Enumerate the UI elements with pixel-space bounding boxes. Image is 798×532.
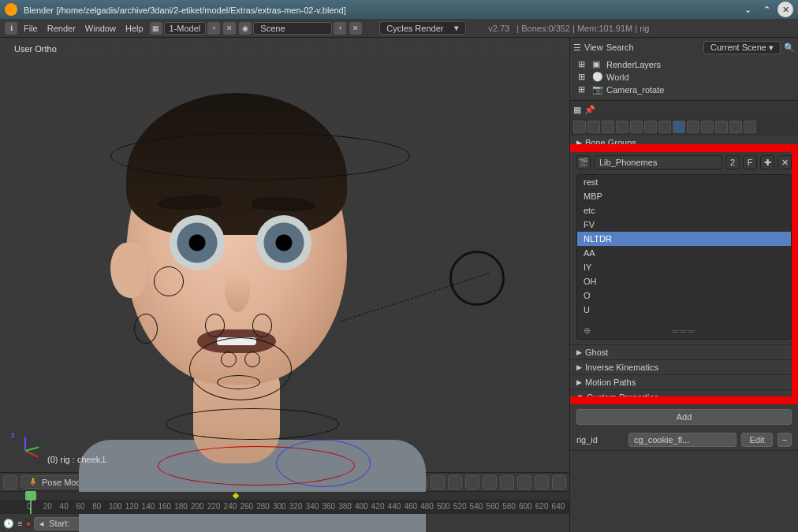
menu-window[interactable]: Window: [80, 24, 121, 33]
keyframe-track[interactable]: [0, 492, 569, 500]
layer-btn[interactable]: [483, 475, 497, 489]
outliner-item[interactable]: ⊞📷Camera_rotate: [578, 84, 790, 96]
frame-tick-label: 500: [437, 502, 450, 511]
window-max-button[interactable]: ⌃: [759, 2, 774, 17]
action-browse-icon[interactable]: 🎬: [576, 155, 591, 169]
panel-motion-paths[interactable]: ▶Motion Paths: [570, 375, 798, 389]
pose-item[interactable]: O: [577, 288, 791, 303]
properties-editor-icon[interactable]: ▦: [573, 105, 581, 115]
top-menubar: ℹ File Render Window Help ▦ 1-Model + ✕ …: [0, 19, 798, 38]
frame-tick-label: 220: [207, 502, 221, 511]
outliner-view-menu[interactable]: View: [584, 43, 603, 52]
frame-tick-label: 440: [388, 502, 401, 511]
panel-ik[interactable]: ▶Inverse Kinematics: [570, 360, 798, 374]
tab-physics[interactable]: [744, 121, 756, 133]
snap-icon[interactable]: [535, 475, 549, 489]
tab-object[interactable]: [630, 121, 643, 133]
custom-prop-value[interactable]: cg_cookie_fl...: [628, 433, 736, 447]
custom-prop-add-button[interactable]: Add: [576, 409, 792, 425]
search-icon[interactable]: 🔍: [784, 43, 795, 53]
layout-selector[interactable]: 1-Model: [164, 22, 207, 35]
frame-ruler[interactable]: 0204060801001201401601802002202402602803…: [0, 500, 569, 514]
pose-item[interactable]: IY: [577, 260, 791, 274]
frame-tick-label: 180: [174, 502, 188, 511]
pose-item[interactable]: NLTDR: [577, 232, 791, 246]
frame-tick-label: 80: [92, 502, 101, 511]
pose-item[interactable]: AA: [577, 246, 791, 260]
tab-boneconstraint[interactable]: [701, 121, 714, 133]
tab-world[interactable]: [616, 121, 628, 133]
render-icon[interactable]: [552, 475, 566, 489]
scene-del-button[interactable]: ✕: [349, 22, 362, 35]
window-close-button[interactable]: ✕: [777, 2, 793, 17]
pose-add-icon[interactable]: ⊕: [584, 326, 591, 336]
editor-type-icon[interactable]: ℹ: [5, 22, 17, 35]
poselib-name-field[interactable]: Lib_Phonemes: [594, 155, 722, 169]
pose-item[interactable]: MBP: [577, 189, 791, 203]
tab-bone[interactable]: [687, 121, 699, 133]
frame-tick-label: 240: [224, 502, 237, 511]
outliner-search-menu[interactable]: Search: [606, 43, 634, 52]
custom-prop-del-button[interactable]: −: [777, 433, 792, 447]
pose-item[interactable]: OH: [577, 274, 791, 288]
app-icon: [5, 3, 17, 16]
menu-help[interactable]: Help: [121, 24, 148, 33]
timeline-menu-icon[interactable]: ≡: [17, 519, 22, 528]
outliner-item[interactable]: ⊞▣RenderLayers: [578, 58, 790, 71]
frame-tick-label: 20: [43, 502, 52, 511]
rec-icon[interactable]: ●: [25, 519, 31, 528]
panel-bone-groups[interactable]: ▶Bone Groups: [570, 136, 798, 150]
character-mesh: [63, 69, 394, 479]
layer-btn[interactable]: [517, 475, 531, 489]
layout-add-button[interactable]: +: [207, 22, 220, 35]
tab-scene[interactable]: [602, 121, 614, 133]
scene-icon[interactable]: ◉: [239, 22, 252, 35]
list-resize-grip[interactable]: ═══: [673, 326, 695, 336]
menu-file[interactable]: File: [19, 24, 43, 33]
3d-viewport[interactable]: User Ortho: [0, 38, 569, 472]
frame-tick-label: 260: [240, 502, 253, 511]
pose-item[interactable]: rest: [577, 175, 791, 189]
outliner-item[interactable]: ⊞⚪World: [578, 71, 790, 84]
property-tabs: [570, 118, 798, 136]
panel-ghost[interactable]: ▶Ghost: [570, 345, 798, 359]
poselib-fake-user[interactable]: F: [743, 155, 757, 169]
scene-selector[interactable]: Scene: [253, 22, 332, 35]
poselib-unlink-button[interactable]: ✕: [777, 155, 792, 169]
tab-layers[interactable]: [587, 121, 600, 133]
pose-apply-button[interactable]: 🔍: [795, 206, 798, 220]
tab-modifiers[interactable]: [658, 121, 671, 133]
editor-type-icon[interactable]: [3, 475, 17, 489]
layer-btn[interactable]: [465, 475, 479, 489]
poselib-add-button[interactable]: ✚: [760, 155, 774, 169]
pose-sanitize-button[interactable]: ⚙: [795, 221, 798, 236]
menu-render[interactable]: Render: [43, 24, 80, 33]
scene-add-button[interactable]: +: [334, 22, 346, 35]
render-engine-selector[interactable]: Cycles Render▾: [379, 21, 466, 35]
custom-prop-edit-button[interactable]: Edit: [741, 433, 773, 447]
panel-custom-properties[interactable]: ▼Custom Properties: [570, 390, 798, 404]
layer-btn[interactable]: [500, 475, 514, 489]
tab-material[interactable]: [715, 121, 728, 133]
pose-item[interactable]: FV: [577, 218, 791, 232]
pose-item[interactable]: etc: [577, 203, 791, 218]
tab-armature[interactable]: [673, 121, 685, 133]
layer-btn[interactable]: [448, 475, 462, 489]
poselib-users[interactable]: 2: [725, 155, 740, 169]
frame-tick-label: 340: [306, 502, 319, 511]
tab-constraints[interactable]: [644, 121, 657, 133]
pin-icon[interactable]: 📌: [584, 105, 595, 115]
layout-icon[interactable]: ▦: [150, 22, 162, 35]
layer-btn[interactable]: [431, 475, 445, 489]
pose-list[interactable]: restMBPetcFVNLTDRAAIYOHOU⊕ ═══: [576, 174, 792, 340]
pose-add-button[interactable]: +: [795, 174, 798, 188]
tab-render[interactable]: [573, 121, 586, 133]
outliner-scope[interactable]: Current Scene ▾: [703, 41, 781, 54]
window-min-button[interactable]: ⌄: [740, 2, 755, 17]
timeline-editor-icon[interactable]: 🕓: [3, 519, 14, 529]
layout-del-button[interactable]: ✕: [223, 22, 236, 35]
pose-item[interactable]: U: [577, 303, 791, 317]
outliner-editor-icon[interactable]: ☰: [573, 43, 581, 53]
pose-remove-button[interactable]: −: [795, 190, 798, 204]
tab-texture[interactable]: [729, 121, 742, 133]
